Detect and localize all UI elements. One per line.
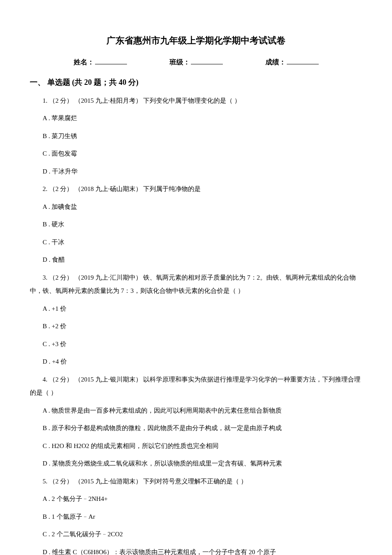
question-5-option-a: A . 2 个氨分子﹣2NH4+ xyxy=(30,492,362,506)
question-2-option-c: C . 干冰 xyxy=(30,236,362,249)
question-2-option-a: A . 加碘食盐 xyxy=(30,200,362,214)
question-3-option-b: B . +2 价 xyxy=(30,320,362,333)
question-3-stem: 3. （2 分） （2019 九上·汇川期中） 铁、氧两元素的相对原子质量的比为… xyxy=(30,271,362,298)
question-1-option-b: B . 菜刀生锈 xyxy=(30,130,362,143)
question-4-option-b: B . 原子和分子都是构成物质的微粒，因此物质不是由分子构成，就一定是由原子构成 xyxy=(30,422,362,435)
question-2-option-d: D . 食醋 xyxy=(30,253,362,267)
score-label: 成绩： xyxy=(265,57,286,67)
name-field: 姓名： xyxy=(74,57,127,67)
section-header: 一、 单选题 (共 20 题；共 40 分) xyxy=(30,77,362,88)
name-label: 姓名： xyxy=(74,57,94,67)
question-1-option-c: C . 面包发霉 xyxy=(30,147,362,161)
name-blank xyxy=(95,57,127,64)
class-label: 班级： xyxy=(170,57,190,67)
class-field: 班级： xyxy=(170,57,223,67)
student-info-row: 姓名： 班级： 成绩： xyxy=(30,57,362,67)
question-4-option-c: C . H2O 和 H2O2 的组成元素相同，所以它们的性质也完全相同 xyxy=(30,439,362,453)
score-blank xyxy=(287,57,319,64)
question-5-option-b: B . 1 个氩原子﹣Ar xyxy=(30,510,362,524)
question-1-option-a: A . 苹果腐烂 xyxy=(30,112,362,125)
question-4-option-d: D . 某物质充分燃烧生成二氧化碳和水，所以该物质的组成里一定含有碳、氢两种元素 xyxy=(30,457,362,471)
question-1-stem: 1. （2 分） （2015 九上·桂阳月考） 下列变化中属于物理变化的是（ ） xyxy=(30,94,362,108)
question-4-stem: 4. （2 分） （2015 九上·银川期末） 以科学原理和事实为依据进行推理是… xyxy=(30,373,362,400)
class-blank xyxy=(191,57,223,64)
question-3-option-a: A . +1 价 xyxy=(30,302,362,316)
page-title: 广东省惠州市九年级上学期化学期中考试试卷 xyxy=(30,34,362,48)
question-2-stem: 2. （2 分） （2018 九上·砀山期末） 下列属于纯净物的是 xyxy=(30,182,362,196)
score-field: 成绩： xyxy=(265,57,319,67)
question-3-option-c: C . +3 价 xyxy=(30,338,362,351)
question-2-option-b: B . 硬水 xyxy=(30,218,362,231)
question-5-option-d: D . 维生素 C（C6H8O6）：表示该物质由三种元素组成，一个分子中含有 2… xyxy=(30,546,362,555)
question-5-stem: 5. （2 分） （2015 九上·仙游期末） 下列对符号意义理解不正确的是（ … xyxy=(30,475,362,489)
question-1-option-d: D . 干冰升华 xyxy=(30,165,362,179)
question-5-option-c: C . 2 个二氧化碳分子﹣2CO2 xyxy=(30,528,362,541)
question-4-option-a: A . 物质世界是由一百多种元素组成的，因此可以利用周期表中的元素任意组合新物质 xyxy=(30,404,362,418)
question-3-option-d: D . +4 价 xyxy=(30,355,362,369)
